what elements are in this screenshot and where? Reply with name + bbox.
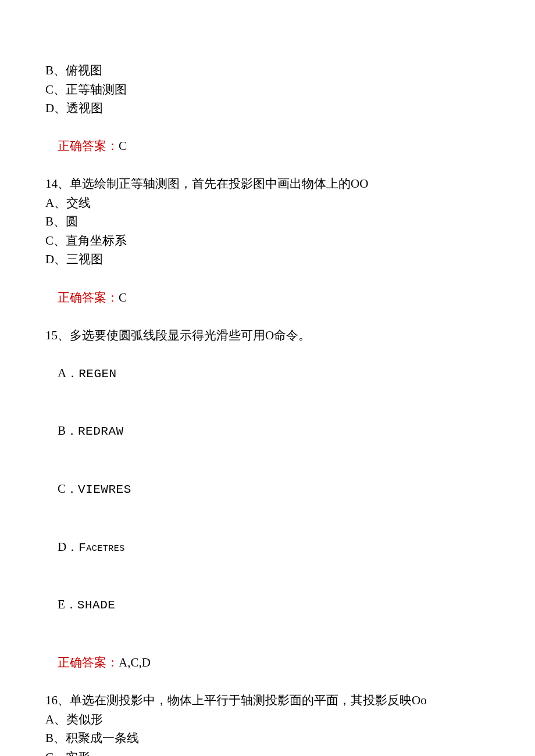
exam-document: B、俯视图 C、正等轴测图 D、透视图 正确答案：C 14、单选绘制正等轴测图，… (0, 0, 535, 756)
q15-option-e: E．SHADE (45, 576, 490, 635)
q14-option-a: A、交线 (45, 194, 490, 213)
answer-value: A,C,D (119, 655, 151, 669)
option-prefix: E． (58, 597, 77, 611)
option-code: SHADE (77, 599, 116, 612)
q13-option-b: B、俯视图 (45, 61, 490, 80)
answer-label: 正确答案： (58, 139, 119, 153)
option-prefix: D． (58, 540, 79, 554)
option-prefix: B． (58, 424, 78, 438)
option-code: REDRAW (78, 425, 124, 438)
q15-answer: 正确答案：A,C,D (45, 634, 490, 691)
q15-stem: 15、多选要使圆弧线段显示得光滑些可用O命令。 (45, 326, 490, 345)
q14-option-c: C、直角坐标系 (45, 231, 490, 250)
q16-stem: 16、单选在测投影中，物体上平行于轴测投影面的平面，其投影反映Oo (45, 691, 490, 710)
q15-option-d: D．Facetres (45, 518, 490, 576)
q15-option-b: B．REDRAW (45, 403, 490, 461)
option-code: REGEN (79, 367, 117, 381)
q13-option-c: C、正等轴测图 (45, 80, 490, 99)
q14-answer: 正确答案：C (45, 269, 490, 326)
q16-option-c: C、实形 (45, 748, 490, 756)
option-code: VIEWRES (78, 483, 131, 496)
option-prefix: C． (58, 482, 78, 496)
q16-option-a: A、类似形 (45, 710, 490, 729)
answer-label: 正确答案： (58, 655, 119, 669)
answer-value: C (119, 139, 127, 153)
option-prefix: A． (58, 366, 79, 380)
q14-option-b: B、圆 (45, 212, 490, 231)
q14-option-d: D、三视图 (45, 250, 490, 269)
q15-option-a: A．REGEN (45, 345, 490, 403)
answer-label: 正确答案： (58, 291, 119, 304)
q15-option-c: C．VIEWRES (45, 460, 490, 518)
q16-option-b: B、积聚成一条线 (45, 729, 490, 748)
q13-answer: 正确答案：C (45, 118, 490, 175)
answer-value: C (119, 291, 127, 304)
q14-stem: 14、单选绘制正等轴测图，首先在投影图中画出物体上的OO (45, 174, 490, 194)
option-code: Facetres (79, 541, 125, 554)
q13-option-d: D、透视图 (45, 99, 490, 118)
